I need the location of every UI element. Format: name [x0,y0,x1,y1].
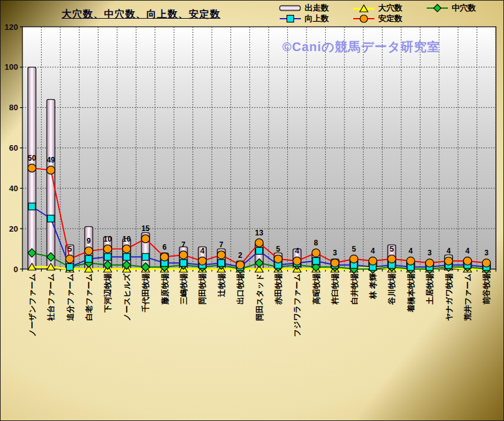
marker-circle [28,164,36,172]
legend-item-stable: 安定数 [352,13,426,24]
y-tick-label: 120 [4,22,18,32]
data-label: 4 [371,247,375,255]
data-label: 6 [163,243,167,252]
category-label: ヤナガワ牧場 [445,273,454,321]
bar-swatch-icon [278,4,303,12]
marker-circle [331,259,339,267]
data-label: 5 [276,245,280,253]
marker-circle [141,235,150,243]
category-label: 辻牧場 [217,273,226,298]
marker-circle [274,255,282,263]
y-tick-label: 100 [4,62,18,72]
category-label: 藤原牧場 [161,273,169,306]
legend-row-1: 出走数 大穴数 中穴数 [278,2,499,13]
legend-label-improve: 向上数 [305,13,329,24]
category-label: 社台ファーム [47,273,55,321]
data-label: 4 [465,247,470,255]
category-label: 三嶋牧場 [179,273,188,305]
marker-circle [464,257,472,265]
marker-circle [369,257,377,265]
marker-circle [47,166,55,174]
marker-square [29,203,36,210]
data-label: 4 [295,247,299,255]
marker-circle [236,261,244,269]
data-label: 4 [409,247,413,255]
marker-circle [217,251,226,259]
marker-square [313,258,320,265]
data-label: 3 [484,248,488,257]
data-label: 7 [181,240,186,249]
marker-square [256,247,263,254]
y-tick-label: 20 [9,224,18,234]
data-label: 49 [47,156,55,164]
marker-circle [179,251,188,259]
category-label: ノースヒルズ [123,273,131,321]
category-label: 高昭牧場 [312,273,321,305]
data-label: 2 [238,251,242,260]
marker-circle [482,259,490,267]
category-label: 出口牧場 [236,273,245,305]
legend-label-entries: 出走数 [305,2,329,14]
marker-circle [255,239,264,247]
marker-square [67,263,74,270]
category-label: 下河辺牧場 [103,273,112,313]
category-label: ノーザンファーム [28,273,37,337]
marker-circle [103,245,112,253]
marker-circle [388,255,396,263]
data-label: 5 [389,245,394,253]
chart-plot: 1201008060402005049591010156747213548354… [1,1,504,421]
data-label: 8 [314,239,318,247]
category-label: 白井牧場 [350,273,359,305]
data-label: 4 [200,247,204,255]
marker-circle [350,255,358,263]
data-label: 10 [123,235,131,244]
category-label: 前谷牧場 [482,273,491,305]
triangle-marker-icon [352,4,377,12]
chart-canvas: 1201008060402005049591010156747213548354… [0,0,504,421]
legend-row-2: 向上数 安定数 [278,13,499,24]
marker-circle [407,257,415,265]
category-label: 白老ファーム [85,273,93,321]
category-label: 赤田牧場 [274,273,283,306]
marker-circle [161,253,169,261]
data-label: 4 [447,247,451,255]
y-tick-label: 60 [9,143,18,153]
data-label: 5 [352,245,356,253]
category-label: 着橋本牧場 [406,273,416,313]
chart-title: 大穴数、中穴数、向上数、安定数 [62,8,221,21]
data-label: 7 [219,240,224,249]
category-label: 追分ファーム [66,273,75,321]
legend-label-midshot: 中穴数 [452,2,476,14]
category-label: 杵臼牧場 [331,273,340,306]
legend-item-midshot: 中穴数 [426,2,499,13]
legend-label-stable: 安定数 [378,13,402,24]
data-label: 50 [28,154,37,163]
category-label: 岡田スタッド [255,273,264,321]
marker-square [85,255,92,262]
data-label: 3 [333,248,337,257]
marker-circle [426,259,434,267]
marker-circle [445,257,453,265]
legend-item-entries: 出走数 [278,2,352,13]
marker-square [47,215,54,222]
marker-square [218,260,225,267]
marker-circle [66,255,74,263]
data-label: 3 [427,248,432,257]
marker-circle [312,249,320,257]
category-label: 荒井ファーム [464,273,472,321]
marker-circle [198,257,206,265]
legend-item-longshot: 大穴数 [352,2,426,13]
marker-square [123,253,130,260]
marker-square [104,253,111,260]
marker-circle [293,257,301,265]
y-tick-label: 80 [9,103,18,112]
marker-circle [85,247,93,255]
y-tick-label: 40 [9,184,18,193]
diamond-marker-icon [426,4,450,12]
category-label: 谷川牧場 [388,273,396,306]
legend-item-improve: 向上数 [278,13,352,24]
data-label: 15 [141,224,150,233]
category-label: 千代田牧場 [141,273,150,313]
data-label: 9 [87,237,91,245]
watermark-text: ©Caniの競馬データ研究室 [282,39,440,55]
